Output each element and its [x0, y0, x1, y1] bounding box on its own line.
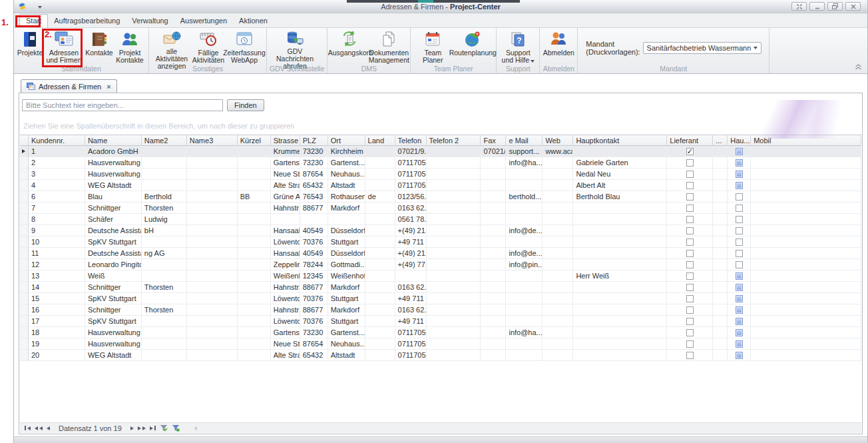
alle-aktivitaeten-button[interactable]: alle Aktivitäten anzeigen: [152, 28, 192, 64]
hau-checkbox[interactable]: [736, 340, 743, 348]
table-row[interactable]: 17SpKV StuttgartLöwento...70376Stuttgart…: [20, 316, 861, 327]
column-header-ort[interactable]: Ort: [328, 135, 365, 146]
hau-checkbox[interactable]: [736, 284, 743, 291]
hau-checkbox[interactable]: [736, 272, 743, 280]
projekt-kontakte-button[interactable]: Projekt Kontakte: [114, 28, 146, 64]
lieferant-checkbox[interactable]: [686, 159, 694, 167]
column-header-hauptkontakt[interactable]: Hauptkontakt: [573, 135, 667, 146]
column-header-dots[interactable]: ...: [713, 135, 728, 146]
tab-auftragsbearbeitung[interactable]: Auftragsbearbeitung: [48, 15, 126, 27]
table-row[interactable]: 19Hausverwaltung ...Neue Str...87654Neuh…: [20, 338, 861, 350]
lieferant-checkbox[interactable]: [686, 340, 694, 348]
lieferant-checkbox[interactable]: [686, 216, 694, 223]
lieferant-checkbox[interactable]: [686, 171, 694, 178]
lieferant-checkbox[interactable]: [686, 148, 694, 155]
column-header-land[interactable]: Land: [365, 135, 395, 146]
mandant-combobox[interactable]: Sanitärfachbetrieb Wassermann: [643, 42, 761, 54]
group-by-panel[interactable]: Ziehen Sie eine Spaltenüberschrift in di…: [19, 114, 862, 135]
hau-checkbox[interactable]: [736, 227, 743, 234]
lieferant-checkbox[interactable]: [686, 238, 694, 246]
hau-checkbox[interactable]: [736, 205, 743, 212]
table-row[interactable]: 18Hausverwaltung ...Gartenst...73230Gart…: [20, 327, 861, 338]
table-row[interactable]: 20WEG AltstadtAlte Stra...65432Altstadt0…: [20, 350, 861, 361]
column-header-name[interactable]: Name: [85, 135, 142, 146]
search-input[interactable]: [22, 99, 223, 111]
tab-auswertungen[interactable]: Auswertungen: [174, 15, 233, 27]
hau-checkbox[interactable]: [736, 171, 743, 178]
ausgangskorb-button[interactable]: Ausgangskorb: [330, 28, 370, 64]
column-header-kundennr[interactable]: Kundennr.: [29, 135, 85, 146]
kontakte-button[interactable]: Kontakte: [85, 28, 114, 64]
collapse-ribbon-icon[interactable]: [855, 63, 862, 71]
table-row[interactable]: 2Hausverwaltung ...Gartenst...73230Garte…: [20, 157, 861, 169]
table-row[interactable]: 1Acadoro GmbHKrumme...73230Kirchheim0702…: [20, 146, 861, 157]
nav-prev-button[interactable]: [47, 426, 50, 430]
column-header-strasse[interactable]: Strasse: [271, 135, 300, 146]
fullscreen-button[interactable]: [791, 2, 807, 11]
column-header-web[interactable]: Web: [542, 135, 573, 146]
projekte-button[interactable]: Projekte: [17, 28, 43, 64]
hau-checkbox[interactable]: [736, 193, 743, 201]
table-row[interactable]: 13WeißWeißenb...12345WeißenhofHerr Weiß: [20, 270, 861, 282]
table-row[interactable]: 11Deutsche Assista...ng AGHansaall...405…: [20, 248, 861, 259]
lieferant-checkbox[interactable]: [686, 182, 694, 189]
dokumenten-management-button[interactable]: Dokumenten Management: [370, 28, 407, 64]
tab-close-icon[interactable]: ×: [107, 83, 110, 91]
table-row[interactable]: 8SchäferLudwig0561 78...: [20, 214, 861, 225]
nav-last-button[interactable]: [150, 426, 156, 430]
tab-verwaltung[interactable]: Verwaltung: [126, 15, 174, 27]
column-header-kuerzel[interactable]: Kürzel: [238, 135, 271, 146]
lieferant-checkbox[interactable]: [686, 205, 694, 212]
lieferant-checkbox[interactable]: [686, 193, 694, 201]
column-header-name2[interactable]: Name2: [142, 135, 187, 146]
combo-dropdown-icon[interactable]: [751, 43, 761, 53]
lieferant-checkbox[interactable]: [686, 352, 694, 359]
team-planer-button[interactable]: Team Planer: [413, 28, 452, 64]
lieferant-checkbox[interactable]: [686, 284, 694, 291]
table-row[interactable]: 6BlauBertholdBBGrüne A...76543Rothausend…: [20, 191, 861, 203]
table-row[interactable]: 9Deutsche Assista...bHHansaall...40549Dü…: [20, 225, 861, 236]
support-und-hilfe-button[interactable]: ? Support und Hilfe: [499, 28, 537, 64]
lieferant-checkbox[interactable]: [686, 227, 694, 234]
hau-checkbox[interactable]: [736, 295, 743, 302]
column-header-lieferant[interactable]: Lieferant: [667, 135, 713, 146]
scrollbar-left-arrow[interactable]: [194, 426, 197, 430]
column-header-telefon2[interactable]: Telefon 2: [427, 135, 481, 146]
lieferant-checkbox[interactable]: [686, 250, 694, 257]
tab-aktionen[interactable]: Aktionen: [233, 15, 274, 27]
table-row[interactable]: 15SpKV StuttgartLöwento...70376Stuttgart…: [20, 293, 861, 304]
nav-first-button[interactable]: [25, 426, 31, 430]
hau-checkbox[interactable]: [736, 216, 743, 223]
table-row[interactable]: 7SchnittgerThorstenHahnstr....88677Markd…: [20, 203, 861, 214]
lieferant-checkbox[interactable]: [686, 272, 694, 280]
zeiterfassung-webapp-button[interactable]: Zeiterfassung WebApp: [225, 28, 264, 64]
hau-checkbox[interactable]: [736, 329, 743, 336]
hau-checkbox[interactable]: [736, 261, 743, 268]
lieferant-checkbox[interactable]: [686, 261, 694, 268]
faellige-aktivitaeten-button[interactable]: Fällige Aktivitäten: [192, 28, 225, 64]
hau-checkbox[interactable]: [736, 182, 743, 189]
hau-checkbox[interactable]: [736, 238, 743, 246]
table-row[interactable]: 4WEG AltstadtAlte Stra...65432Altstadt07…: [20, 180, 861, 191]
tab-adressen-firmen[interactable]: Adressen & Firmen ×: [21, 79, 117, 93]
table-row[interactable]: 3Hausverwaltung ...Neue Str...87654Neuha…: [20, 169, 861, 180]
lieferant-checkbox[interactable]: [686, 306, 694, 314]
restore-button[interactable]: [827, 2, 843, 11]
column-header-telefon[interactable]: Telefon: [395, 135, 427, 146]
find-button[interactable]: Finden: [227, 99, 264, 111]
table-row[interactable]: 16SchnittgerThorstenHahnstr....88677Mark…: [20, 304, 861, 316]
column-header-hau[interactable]: Hau...: [728, 135, 751, 146]
abmelden-button[interactable]: Abmelden: [542, 28, 574, 64]
lieferant-checkbox[interactable]: [686, 329, 694, 336]
filter-editor-icon[interactable]: [172, 424, 180, 432]
column-header-plz[interactable]: PLZ: [300, 135, 328, 146]
lieferant-checkbox[interactable]: [686, 318, 694, 325]
column-header-email[interactable]: e Mail: [506, 135, 542, 146]
routenplanung-button[interactable]: Routenplanung: [452, 28, 493, 64]
gdv-nachrichten-button[interactable]: GDV Nachrichten abrufen: [270, 28, 320, 64]
hau-checkbox[interactable]: [736, 318, 743, 325]
tab-start[interactable]: Start: [19, 14, 48, 27]
nav-next-button[interactable]: [130, 426, 134, 430]
filter-icon[interactable]: [160, 424, 168, 432]
hau-checkbox[interactable]: [736, 250, 743, 257]
